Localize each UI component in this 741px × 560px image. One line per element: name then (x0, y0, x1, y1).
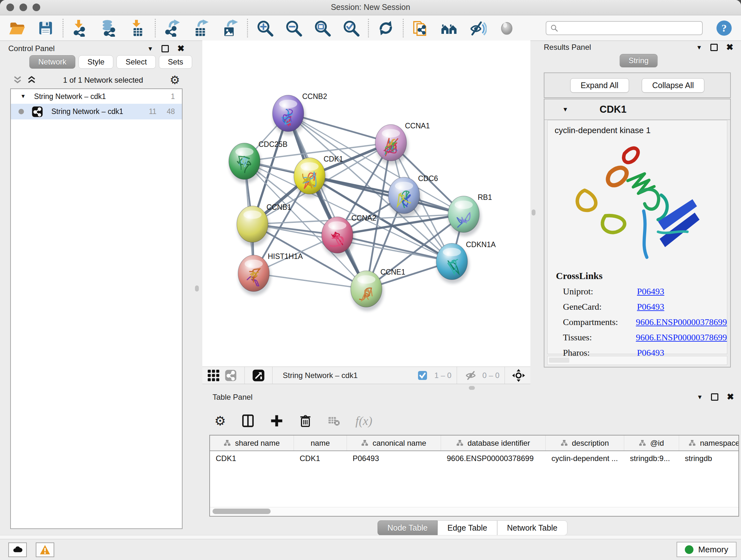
zoom-selected-icon[interactable] (342, 19, 360, 37)
save-session-icon[interactable] (37, 19, 54, 37)
column-header-namespace[interactable]: namespace (679, 435, 739, 450)
show-columns-icon[interactable] (241, 414, 255, 428)
results-scrollbar[interactable] (547, 356, 727, 365)
tab-select[interactable]: Select (117, 55, 156, 69)
column-header-shared-name[interactable]: shared name (210, 435, 294, 450)
network-row-selected[interactable]: String Network – cdk1 11 48 (11, 104, 182, 119)
left-splitter-handle[interactable] (195, 286, 199, 292)
network-node-ccne1[interactable]: CCNE1 (351, 268, 405, 307)
tab-network[interactable]: Network (29, 55, 75, 69)
cell-description[interactable]: cyclin-dependent ... (546, 454, 624, 463)
column-header-description[interactable]: description (546, 435, 624, 450)
cloud-status-button[interactable] (8, 543, 27, 557)
fit-content-crosshair-icon[interactable] (510, 367, 527, 384)
footer-separator (504, 367, 505, 384)
scrollbar-thumb[interactable] (212, 509, 271, 514)
tab-network-table[interactable]: Network Table (497, 520, 567, 536)
cell-database-identifier[interactable]: 9606.ENSP00000378699 (441, 454, 546, 463)
gene-description: cyclin-dependent kinase 1 (548, 120, 727, 135)
tab-sets[interactable]: Sets (159, 55, 192, 69)
tab-edge-table[interactable]: Edge Table (437, 520, 497, 536)
network-node-hist1h1a[interactable]: HIST1H1A (238, 252, 303, 292)
expand-all-networks-icon[interactable] (27, 75, 37, 85)
crosslink-tissues-link[interactable]: 9606.ENSP00000378699 (636, 332, 727, 343)
cell-canonical-name[interactable]: P06493 (347, 454, 441, 463)
show-all-icon[interactable] (498, 19, 515, 37)
collapse-all-networks-icon[interactable] (13, 75, 22, 85)
hide-selected-icon[interactable] (469, 19, 487, 37)
network-list: ▼ String Network – cdk1 1 String Network… (10, 88, 183, 529)
delete-column-icon[interactable] (299, 414, 312, 428)
table-header-row: shared name name canonical name database… (210, 435, 738, 451)
cell-namespace[interactable]: stringdb (679, 454, 739, 463)
tab-string[interactable]: String (620, 54, 658, 67)
footer-separator (457, 367, 457, 384)
zoom-in-icon[interactable] (256, 19, 273, 37)
import-network-from-database-icon[interactable] (100, 19, 118, 37)
first-neighbors-icon[interactable] (441, 19, 458, 37)
collapse-all-button[interactable]: Collapse All (642, 78, 704, 92)
control-panel-collapse-icon[interactable]: ▼ (147, 46, 153, 52)
network-collection-row[interactable]: ▼ String Network – cdk1 1 (11, 89, 182, 104)
memory-button[interactable]: Memory (677, 542, 737, 557)
results-panel-float-icon[interactable] (711, 44, 718, 51)
export-image-icon[interactable] (221, 19, 239, 37)
network-view-icon[interactable] (222, 367, 239, 384)
table-tabs: Node Table Edge Table Network Table (378, 520, 567, 536)
right-splitter-handle[interactable] (532, 209, 536, 215)
cell-name[interactable]: CDK1 (294, 454, 347, 463)
grid-view-icon[interactable] (205, 367, 222, 384)
bottom-splitter-handle[interactable] (469, 386, 475, 390)
network-node-cdc6[interactable]: CDC6 (388, 174, 438, 213)
network-edge[interactable] (310, 176, 464, 214)
export-network-icon[interactable] (164, 19, 181, 37)
network-node-rb1[interactable]: RB1 (448, 193, 492, 233)
search-box[interactable] (546, 21, 703, 35)
help-icon[interactable]: ? (716, 19, 733, 37)
selected-checkbox-icon[interactable] (414, 367, 431, 384)
column-header-id[interactable]: @id (624, 435, 679, 450)
open-session-icon[interactable] (8, 19, 25, 37)
column-header-database-identifier[interactable]: database identifier (441, 435, 546, 450)
zoom-fit-icon[interactable] (314, 19, 331, 37)
network-canvas[interactable]: CCNB2CCNA1CDC25BCDK1CDC6RB1CCNB1CCNA2CDK… (202, 41, 530, 367)
cell-id[interactable]: stringdb:9... (624, 454, 679, 463)
tab-style[interactable]: Style (78, 55, 113, 69)
table-options-gear-icon[interactable]: ⚙ (214, 415, 226, 427)
cell-shared-name[interactable]: CDK1 (210, 454, 294, 463)
results-panel-close-icon[interactable]: ✖ (726, 43, 733, 52)
crosslink-uniprot-link[interactable]: P06493 (637, 287, 664, 297)
export-table-icon[interactable] (193, 19, 210, 37)
refresh-layout-icon[interactable] (377, 19, 394, 37)
network-node-ccnb2[interactable]: CCNB2 (273, 92, 327, 132)
zoom-out-icon[interactable] (285, 19, 302, 37)
expand-all-button[interactable]: Expand All (570, 78, 629, 92)
table-panel-close-icon[interactable]: ✖ (727, 393, 734, 401)
column-header-canonical-name[interactable]: canonical name (347, 435, 441, 450)
collection-expander-icon[interactable]: ▼ (20, 93, 26, 100)
clone-network-icon[interactable] (412, 19, 429, 37)
control-panel-float-icon[interactable] (161, 45, 169, 52)
table-horizontal-scrollbar[interactable] (210, 507, 738, 516)
tab-node-table[interactable]: Node Table (378, 520, 437, 536)
warnings-button[interactable] (36, 543, 54, 557)
gene-section-header[interactable]: ▼ CDK1 (544, 99, 730, 120)
create-column-icon[interactable] (270, 414, 283, 428)
gene-expander-icon[interactable]: ▼ (562, 106, 568, 113)
search-input[interactable] (562, 23, 698, 33)
table-panel-collapse-icon[interactable]: ▼ (697, 394, 703, 400)
results-panel-collapse-icon[interactable]: ▼ (696, 44, 702, 51)
window-title: Session: New Session (0, 3, 741, 12)
crosslink-genecard-link[interactable]: P06493 (637, 302, 664, 312)
delete-table-icon[interactable] (327, 415, 340, 427)
network-options-gear-icon[interactable]: ⚙ (170, 74, 180, 86)
crosslink-compartments-link[interactable]: 9606.ENSP00000378699 (636, 317, 727, 327)
table-row[interactable]: CDK1 CDK1 P06493 9606.ENSP00000378699 cy… (210, 451, 738, 465)
control-panel-close-icon[interactable]: ✖ (177, 44, 185, 53)
import-table-icon[interactable] (129, 19, 146, 37)
birds-eye-view-icon[interactable] (250, 367, 267, 384)
column-header-name[interactable]: name (294, 435, 347, 450)
network-node-ccna1[interactable]: CCNA1 (375, 122, 430, 161)
import-network-icon[interactable] (72, 19, 89, 37)
table-panel-float-icon[interactable] (711, 393, 718, 401)
